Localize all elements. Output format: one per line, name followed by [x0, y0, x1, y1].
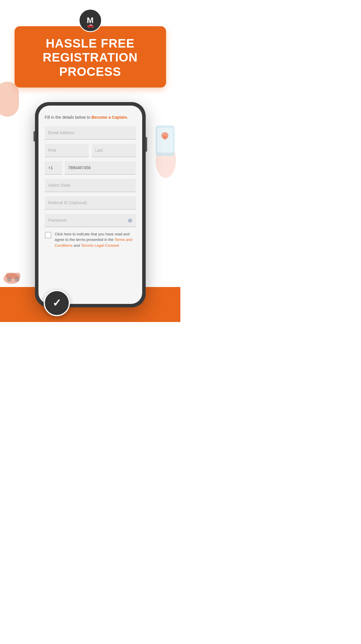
header-area: M 🚗 HASSLE FREE REGISTRATION PROCESS: [0, 0, 180, 88]
password-wrapper: ⊘: [45, 214, 136, 227]
phone-code-field[interactable]: [45, 161, 62, 175]
referral-id-field[interactable]: [45, 196, 136, 210]
toronto-legal-link[interactable]: Toronto Legal Consent: [81, 243, 119, 248]
first-name-field[interactable]: [45, 144, 89, 157]
phone-row: [45, 161, 136, 175]
eye-toggle-icon[interactable]: ⊘: [128, 217, 132, 224]
last-name-field[interactable]: [92, 144, 136, 157]
password-field[interactable]: [45, 214, 136, 227]
submit-check-button[interactable]: ✓: [44, 290, 70, 316]
terms-checkbox-area: Click here to indicate that you have rea…: [45, 231, 136, 249]
phone-outer: Fill in the details below to Become a Ca…: [35, 102, 146, 307]
terms-text: Click here to indicate that you have rea…: [55, 231, 136, 249]
name-row: [45, 144, 136, 161]
terms-checkbox[interactable]: [45, 232, 51, 238]
checkmark-icon: ✓: [52, 297, 61, 309]
logo-car-icon: 🚗: [87, 22, 94, 28]
header-title: HASSLE FREE REGISTRATION PROCESS: [26, 36, 154, 79]
email-field[interactable]: [45, 126, 136, 140]
form-subtitle: Fill in the details below to Become a Ca…: [45, 114, 136, 120]
phone-number-field[interactable]: [65, 161, 136, 175]
state-select-field[interactable]: [45, 179, 136, 192]
phone-inner: Fill in the details below to Become a Ca…: [38, 106, 142, 304]
logo-circle: M 🚗: [79, 9, 102, 32]
page-wrapper: M 🚗 HASSLE FREE REGISTRATION PROCESS Fil…: [0, 0, 180, 322]
header-banner: HASSLE FREE REGISTRATION PROCESS: [15, 26, 166, 88]
phone-mockup-wrapper: Fill in the details below to Become a Ca…: [0, 102, 180, 307]
